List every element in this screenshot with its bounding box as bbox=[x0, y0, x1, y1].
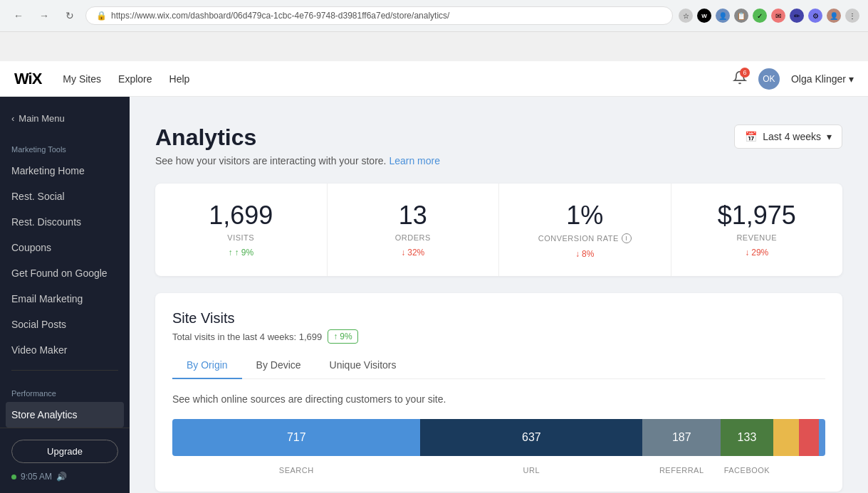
page-header: Analytics See how your visitors are inte… bbox=[155, 124, 842, 166]
extension-icon3[interactable]: ✓ bbox=[753, 9, 767, 23]
stat-label-visits: VISITS bbox=[172, 233, 310, 242]
reload-button[interactable]: ↻ bbox=[60, 6, 80, 26]
stat-card-visits: 1,699 VISITS ↑ ↑ 9% bbox=[155, 184, 328, 276]
sidebar-item-email-marketing[interactable]: Email Marketing bbox=[0, 286, 130, 312]
sidebar-item-rest-social[interactable]: Rest. Social bbox=[0, 184, 130, 209]
wix-ext-icon[interactable]: W bbox=[697, 9, 711, 23]
top-nav-links: My Sites Explore Help bbox=[63, 73, 189, 85]
label-search: SEARCH bbox=[172, 462, 420, 475]
bar-chart: 717 637 187 133 bbox=[172, 419, 825, 475]
stat-label-orders: ORDERS bbox=[345, 233, 482, 242]
address-bar[interactable]: 🔒 https://www.wix.com/dashboard/06d479ca… bbox=[85, 6, 673, 25]
stat-card-revenue: $1,975 REVENUE ↓ 29% bbox=[671, 184, 843, 276]
browser-icons: ☆ W 👤 📋 ✓ ✉ ✏ ⚙ 👤 ⋮ bbox=[679, 9, 859, 23]
visits-subtitle: Total visits in the last 4 weeks: 1,699 … bbox=[172, 329, 825, 344]
extension-icon6[interactable]: ⚙ bbox=[808, 9, 822, 23]
stat-change-orders: ↓ 32% bbox=[345, 248, 482, 258]
label-url: URL bbox=[420, 462, 642, 475]
visits-section: Site Visits Total visits in the last 4 w… bbox=[155, 293, 842, 492]
tab-by-origin[interactable]: By Origin bbox=[172, 352, 242, 379]
help-link[interactable]: Help bbox=[169, 73, 190, 85]
time-display: 9:05 AM 🔊 bbox=[11, 472, 118, 482]
bar-other1 bbox=[773, 419, 800, 456]
extension-icon4[interactable]: ✉ bbox=[771, 9, 785, 23]
sidebar-item-social-posts[interactable]: Social Posts bbox=[0, 312, 130, 337]
stat-card-orders: 13 ORDERS ↓ 32% bbox=[328, 184, 500, 276]
menu-icon[interactable]: ⋮ bbox=[845, 9, 859, 23]
upgrade-button[interactable]: Upgrade bbox=[11, 440, 118, 463]
marketing-tools-label: Marketing Tools bbox=[0, 134, 130, 158]
profile-icon[interactable]: 👤 bbox=[716, 9, 730, 23]
user-avatar[interactable]: 👤 bbox=[827, 9, 841, 23]
sidebar-bottom: Upgrade 9:05 AM 🔊 ✎ Edit Site bbox=[0, 428, 130, 493]
top-nav-right: 6 OK Olga Klinger ▾ bbox=[733, 68, 854, 90]
bar-search: 717 bbox=[172, 419, 420, 456]
sound-icon: 🔊 bbox=[56, 472, 67, 482]
chevron-left-icon: ‹ bbox=[11, 113, 14, 124]
stat-change-visits: ↑ ↑ 9% bbox=[172, 248, 310, 258]
stat-change-conversion: ↓ 8% bbox=[516, 249, 654, 259]
visits-header: Site Visits Total visits in the last 4 w… bbox=[172, 310, 825, 344]
online-indicator bbox=[11, 475, 16, 479]
bar-other3 bbox=[819, 419, 825, 456]
sidebar-item-get-found-google[interactable]: Get Found on Google bbox=[0, 260, 130, 286]
sidebar-divider bbox=[11, 370, 118, 371]
wix-logo: WiX bbox=[14, 70, 41, 88]
chart-labels: SEARCH URL REFERRAL FACEBOOK bbox=[172, 462, 825, 475]
page-title-area: Analytics See how your visitors are inte… bbox=[155, 124, 440, 166]
tab-description: See which online sources are directing c… bbox=[172, 393, 825, 405]
bar-referral: 187 bbox=[642, 419, 721, 456]
stat-value-conversion: 1% bbox=[516, 201, 654, 230]
edit-site-button[interactable]: ✎ Edit Site bbox=[11, 490, 118, 493]
notifications-bell[interactable]: 6 bbox=[733, 70, 747, 88]
tab-unique-visitors[interactable]: Unique Visitors bbox=[315, 352, 411, 379]
stat-change-revenue: ↓ 29% bbox=[689, 248, 826, 258]
label-facebook: FACEBOOK bbox=[721, 462, 773, 475]
visits-badge: ↑ 9% bbox=[328, 329, 357, 344]
label-referral: REFERRAL bbox=[642, 462, 721, 475]
forward-button[interactable]: → bbox=[34, 6, 54, 26]
tab-by-device[interactable]: By Device bbox=[242, 352, 315, 379]
sidebar-item-store-analytics[interactable]: Store Analytics bbox=[6, 402, 124, 428]
extension-icon5[interactable]: ✏ bbox=[790, 9, 804, 23]
stat-label-revenue: REVENUE bbox=[689, 233, 826, 242]
stat-label-conversion: CONVERSION RATE i bbox=[516, 233, 654, 243]
notification-count: 6 bbox=[740, 68, 750, 78]
sidebar-item-marketing-home[interactable]: Marketing Home bbox=[0, 158, 130, 184]
page-title: Analytics bbox=[155, 124, 440, 151]
chevron-down-icon: ▾ bbox=[849, 73, 854, 85]
info-icon[interactable]: i bbox=[622, 233, 632, 243]
stat-value-visits: 1,699 bbox=[172, 201, 310, 230]
bar-other2 bbox=[799, 419, 819, 456]
performance-label: Performance bbox=[0, 378, 130, 402]
main-content: Analytics See how your visitors are inte… bbox=[130, 68, 868, 493]
stat-value-orders: 13 bbox=[345, 201, 482, 230]
extension-icon2[interactable]: 📋 bbox=[734, 9, 748, 23]
sidebar-item-video-maker[interactable]: Video Maker bbox=[0, 337, 130, 363]
visits-title: Site Visits bbox=[172, 310, 825, 327]
learn-more-link[interactable]: Learn more bbox=[389, 155, 440, 166]
my-sites-link[interactable]: My Sites bbox=[63, 73, 101, 85]
back-to-main-menu[interactable]: ‹ Main Menu bbox=[0, 103, 130, 134]
bar-facebook: 133 bbox=[721, 419, 773, 456]
star-icon[interactable]: ☆ bbox=[679, 9, 693, 23]
explore-link[interactable]: Explore bbox=[118, 73, 152, 85]
sidebar-item-rest-discounts[interactable]: Rest. Discounts bbox=[0, 209, 130, 235]
page-subtitle: See how your visitors are interacting wi… bbox=[155, 155, 440, 166]
stat-value-revenue: $1,975 bbox=[689, 201, 826, 230]
date-filter-button[interactable]: 📅 Last 4 weeks ▾ bbox=[734, 124, 842, 149]
label-other bbox=[773, 462, 825, 475]
browser-toolbar: ← → ↻ 🔒 https://www.wix.com/dashboard/06… bbox=[0, 0, 868, 31]
top-nav-bar: WiX My Sites Explore Help 6 OK Olga Klin… bbox=[0, 61, 868, 97]
visits-tabs: By Origin By Device Unique Visitors bbox=[172, 352, 825, 379]
calendar-icon: 📅 bbox=[745, 131, 757, 142]
stat-card-conversion: 1% CONVERSION RATE i ↓ 8% bbox=[499, 184, 671, 276]
user-avatar: OK bbox=[758, 68, 780, 90]
chevron-down-icon: ▾ bbox=[827, 131, 832, 142]
bar-url: 637 bbox=[420, 419, 642, 456]
user-name[interactable]: Olga Klinger ▾ bbox=[791, 73, 854, 85]
sidebar-item-coupons[interactable]: Coupons bbox=[0, 235, 130, 260]
sidebar: ‹ Main Menu Marketing Tools Marketing Ho… bbox=[0, 68, 130, 493]
chart-bars: 717 637 187 133 bbox=[172, 419, 825, 456]
back-button[interactable]: ← bbox=[9, 6, 28, 26]
